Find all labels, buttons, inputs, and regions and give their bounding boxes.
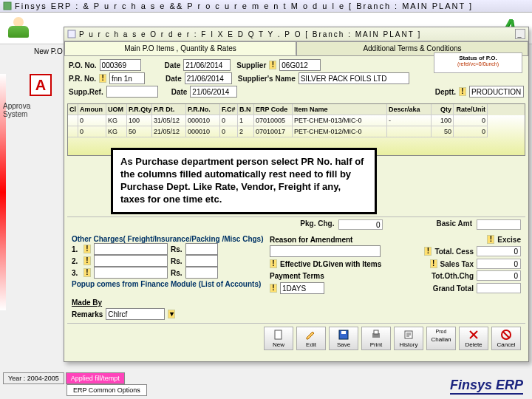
table-row[interactable]: 0 KG 50 21/05/12 000010 0 2 07010017 PET… bbox=[68, 126, 525, 137]
col-rate: Rate/Unit bbox=[454, 104, 488, 115]
deptt-lookup-icon[interactable]: ! bbox=[459, 87, 466, 96]
new-po-label[interactable]: New P.O bbox=[34, 47, 63, 55]
excise-lookup-icon[interactable]: ! bbox=[487, 235, 494, 244]
pr-no-lookup-icon[interactable]: ! bbox=[99, 74, 106, 83]
save-button[interactable]: Save bbox=[329, 327, 358, 350]
cess-lookup-icon[interactable]: ! bbox=[424, 247, 432, 256]
remarks-dropdown-icon[interactable]: ▾ bbox=[168, 310, 175, 318]
pkg-chg-label: Pkg. Chg. bbox=[300, 219, 334, 230]
brand-logo: Finsys ERP bbox=[450, 378, 523, 395]
remarks-input[interactable] bbox=[106, 308, 165, 320]
sales-tax-value: 0 bbox=[477, 259, 521, 269]
status-sub: (refel/vc=0/0unch) bbox=[436, 61, 520, 66]
supp-ref-input[interactable] bbox=[106, 86, 158, 98]
po-window-icon bbox=[67, 30, 76, 38]
po-no-label: P.O. No. bbox=[69, 61, 97, 69]
pink-box[interactable]: Applied fill/tempt bbox=[66, 372, 125, 384]
col-uom: UOM bbox=[106, 104, 127, 115]
sales-tax-label: Sales Tax bbox=[440, 260, 474, 268]
other-charges-title: Other Charges( Freight/Insurance/Packing… bbox=[72, 235, 264, 243]
system-label: System bbox=[3, 110, 47, 118]
tot-oth-label: Tot.Oth.Chg bbox=[432, 272, 474, 280]
excise-label: Excise bbox=[497, 236, 521, 244]
chg3-input[interactable] bbox=[94, 267, 168, 279]
svg-rect-6 bbox=[374, 330, 378, 334]
col-desc: Descr/aka bbox=[387, 104, 432, 115]
basic-amt-label: Basic Amt bbox=[436, 219, 472, 230]
deptt-input[interactable] bbox=[469, 86, 524, 98]
status-of-po: Status of P.O. (refel/vc=0/0unch) bbox=[434, 52, 522, 73]
minimize-icon[interactable]: _ bbox=[515, 29, 525, 39]
date2-label: Date bbox=[166, 75, 182, 83]
other-charges-panel: Other Charges( Freight/Insurance/Packing… bbox=[72, 235, 264, 296]
pr-no-input[interactable] bbox=[109, 72, 145, 84]
suppliers-name-label: Supplier's Name bbox=[238, 75, 296, 83]
salestax-lookup-icon[interactable]: ! bbox=[430, 259, 437, 268]
chg2-amt[interactable] bbox=[185, 255, 218, 267]
table-row[interactable]: 0 KG 100 31/05/12 000010 0 1 07010005 PE… bbox=[68, 115, 525, 126]
col-amount: Amoun bbox=[78, 104, 106, 115]
date2-input[interactable] bbox=[185, 72, 232, 84]
left-labels: Approva System bbox=[3, 92, 47, 118]
edit-button[interactable]: Edit bbox=[296, 327, 326, 350]
grand-total-value bbox=[477, 283, 521, 293]
chg1-lookup-icon[interactable]: ! bbox=[83, 245, 91, 253]
col-prqty: P.R.Qty. bbox=[127, 104, 152, 115]
supplier-code-input[interactable] bbox=[279, 59, 321, 71]
erp-options-button[interactable]: ERP Common Options bbox=[66, 384, 147, 396]
col-bn: B.N bbox=[238, 104, 254, 115]
lower-section: Pkg. Chg. 0 Basic Amt Other Charges( Fre… bbox=[64, 215, 528, 355]
rs-label: Rs. bbox=[171, 245, 183, 253]
chg3-amt[interactable] bbox=[185, 267, 218, 279]
svg-rect-0 bbox=[4, 2, 11, 10]
svg-rect-1 bbox=[68, 30, 75, 38]
payment-terms-input[interactable] bbox=[280, 282, 324, 294]
payment-terms-label: Payment Terms bbox=[270, 272, 324, 280]
po-titlebar: P u r c h a s e O r d e r : F I X E D Q … bbox=[64, 27, 528, 41]
challan-button[interactable]: ProdChallan bbox=[426, 327, 456, 350]
totals-panel: Reason for Amendment !Excise !Total. Ces… bbox=[270, 235, 521, 296]
history-button[interactable]: History bbox=[394, 327, 423, 350]
pkg-chg-value: 0 bbox=[338, 219, 383, 230]
supp-ref-label: Supp.Ref. bbox=[69, 88, 103, 96]
button-bar: New Edit Save Print History ProdChallan … bbox=[67, 323, 525, 353]
supplier-label: Supplier bbox=[236, 61, 266, 69]
grid-header: Cl Amoun UOM P.R.Qty. P.R Dt. P.R.No. F.… bbox=[68, 104, 525, 115]
po-window-title: P u r c h a s e O r d e r : F I X E D Q … bbox=[79, 30, 421, 38]
col-erp: ERP Code bbox=[254, 104, 293, 115]
reason-input[interactable] bbox=[270, 245, 381, 257]
suppliers-name-input[interactable] bbox=[299, 72, 409, 84]
po-no-input[interactable] bbox=[100, 59, 141, 71]
print-button[interactable]: Print bbox=[361, 327, 391, 350]
col-fc: F.C# bbox=[220, 104, 238, 115]
chg1-amt[interactable] bbox=[185, 243, 218, 255]
year-box[interactable]: Year : 2004-2005 bbox=[3, 372, 64, 384]
app-icon bbox=[3, 1, 12, 10]
chg2-lookup-icon[interactable]: ! bbox=[83, 256, 91, 265]
tab-main-items[interactable]: Main P.O Items , Quantity & Rates bbox=[64, 41, 296, 55]
col-qty: Qty bbox=[432, 104, 454, 115]
date3-input[interactable] bbox=[190, 86, 237, 98]
made-by-label: Made By bbox=[72, 299, 102, 307]
col-prno: P.R.No. bbox=[186, 104, 220, 115]
new-button[interactable]: New bbox=[264, 327, 293, 350]
supplier-lookup-icon[interactable]: ! bbox=[269, 61, 276, 69]
basic-amt-value bbox=[477, 219, 521, 230]
cancel-button[interactable]: Cancel bbox=[491, 327, 521, 350]
status-title: Status of P.O. bbox=[436, 55, 520, 61]
chg2-input[interactable] bbox=[94, 255, 168, 267]
effective-dt-label: Effective Dt.Given with Items bbox=[280, 260, 381, 268]
effdt-lookup-icon[interactable]: ! bbox=[270, 259, 277, 268]
svg-rect-4 bbox=[341, 331, 346, 334]
app-titlebar: Finsys ERP : & P u r c h a s e && P r o … bbox=[0, 0, 532, 13]
payment-lookup-icon[interactable]: ! bbox=[270, 284, 277, 293]
date3-label: Date bbox=[171, 88, 188, 96]
col-cl: Cl bbox=[68, 104, 78, 115]
remarks-label: Remarks bbox=[72, 310, 103, 318]
footer-strip: Year : 2004-2005 Applied fill/tempt bbox=[3, 372, 125, 384]
chg1-input[interactable] bbox=[94, 243, 168, 255]
user-avatar-icon[interactable] bbox=[6, 16, 31, 41]
date1-input[interactable] bbox=[183, 59, 231, 71]
chg3-lookup-icon[interactable]: ! bbox=[83, 268, 91, 277]
delete-button[interactable]: Delete bbox=[459, 327, 488, 350]
